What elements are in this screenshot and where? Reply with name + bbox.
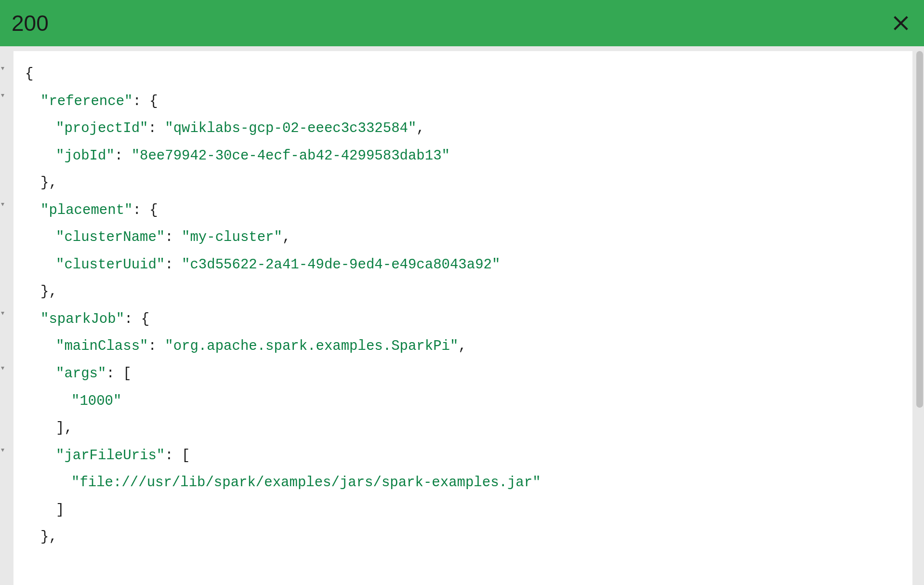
json-line: "jobId": "8ee79942-30ce-4ecf-ab42-429958… (25, 143, 903, 170)
json-line: "reference": { (25, 88, 903, 116)
json-line: "clusterUuid": "c3d55622-2a41-49de-9ed4-… (25, 252, 903, 279)
json-key: "reference" (40, 93, 132, 109)
json-line: "placement": { (25, 197, 903, 225)
json-line: "mainClass": "org.apache.spark.examples.… (25, 333, 903, 360)
scrollbar-track[interactable] (915, 51, 924, 585)
json-string: "1000" (71, 393, 121, 409)
json-line: ] (25, 497, 903, 524)
json-line: }, (25, 524, 903, 551)
json-line: }, (25, 170, 903, 197)
json-key: "jarFileUris" (56, 448, 165, 464)
response-body-area: ▾ ▾ ▾ ▾ ▾ ▾ { "reference": { "projectId"… (0, 46, 924, 585)
json-string: "qwiklabs-gcp-02-eeec3c332584" (165, 120, 416, 136)
json-string: "8ee79942-30ce-4ecf-ab42-4299583dab13" (132, 148, 450, 164)
fold-toggle-icon[interactable]: ▾ (1, 65, 4, 71)
json-key: "placement" (40, 202, 132, 218)
fold-gutter: ▾ ▾ ▾ ▾ ▾ ▾ (0, 51, 13, 585)
json-viewer[interactable]: { "reference": { "projectId": "qwiklabs-… (13, 51, 912, 585)
json-line: { (25, 61, 903, 88)
fold-toggle-icon[interactable]: ▾ (1, 92, 4, 98)
scrollbar-thumb[interactable] (916, 51, 923, 408)
json-key: "mainClass" (56, 338, 148, 354)
json-line: }, (25, 279, 903, 306)
json-string: "file:///usr/lib/spark/examples/jars/spa… (71, 475, 541, 491)
fold-toggle-icon[interactable]: ▾ (1, 446, 4, 453)
json-string: "my-cluster" (182, 229, 282, 245)
json-key: "projectId" (56, 120, 148, 136)
http-status-code: 200 (12, 10, 49, 36)
json-line: "clusterName": "my-cluster", (25, 224, 903, 252)
json-line: "jarFileUris": [ (25, 442, 903, 470)
close-icon (891, 13, 911, 33)
json-string: "c3d55622-2a41-49de-9ed4-e49ca8043a92" (182, 257, 500, 273)
json-key: "args" (56, 366, 106, 382)
json-line: "file:///usr/lib/spark/examples/jars/spa… (25, 469, 903, 497)
response-header: 200 (0, 0, 924, 46)
close-button[interactable] (889, 12, 912, 35)
json-line: "projectId": "qwiklabs-gcp-02-eeec3c3325… (25, 115, 903, 143)
json-line: "1000" (25, 388, 903, 415)
json-key: "clusterUuid" (56, 257, 165, 273)
json-string: "org.apache.spark.examples.SparkPi" (165, 338, 458, 354)
json-line: "sparkJob": { (25, 306, 903, 333)
json-key: "clusterName" (56, 229, 165, 245)
fold-toggle-icon[interactable]: ▾ (1, 309, 4, 316)
fold-toggle-icon[interactable]: ▾ (1, 200, 4, 207)
json-key: "jobId" (56, 148, 115, 164)
json-line: "args": [ (25, 360, 903, 388)
json-key: "sparkJob" (40, 311, 124, 327)
fold-toggle-icon[interactable]: ▾ (1, 364, 4, 371)
json-line: ], (25, 415, 903, 442)
